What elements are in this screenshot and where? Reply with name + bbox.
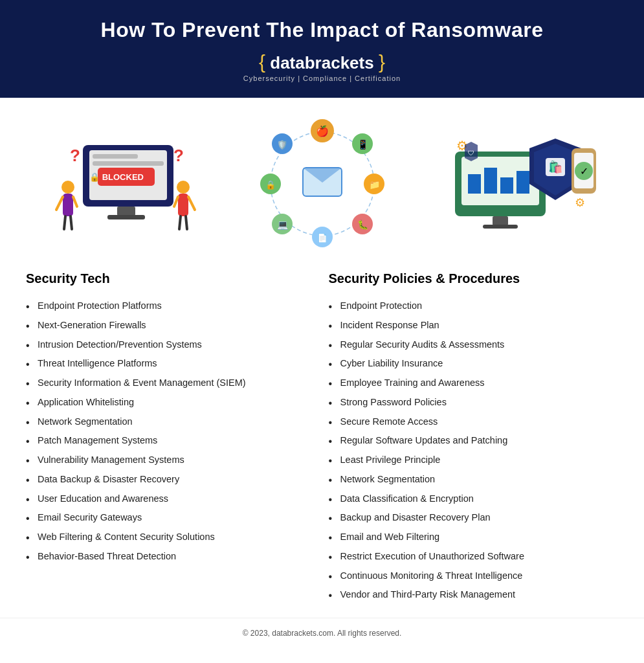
list-item: Patch Management Systems	[26, 431, 316, 451]
svg-text:🍎: 🍎	[316, 125, 329, 137]
list-item: Secure Remote Access	[329, 412, 619, 432]
list-item: Vulnerability Management Systems	[26, 451, 316, 470]
illustration-email: 🍎 📱 📁 🐛 📄 💻 🔒	[232, 116, 413, 252]
list-item: Incident Response Plan	[329, 316, 619, 335]
blocked-svg: 🔒 BLOCKED ? ?	[41, 119, 209, 249]
list-item: Email Security Gateways	[26, 508, 316, 528]
list-item: Regular Software Updates and Patching	[329, 431, 619, 451]
right-brace: }	[379, 51, 385, 73]
list-item: Network Segmentation	[26, 412, 316, 432]
footer-text: © 2023, databrackets.com. All rights res…	[243, 629, 402, 638]
svg-text:📄: 📄	[317, 232, 328, 243]
illustration-security: 🛍️ ✓ ⚙ ⚙ 🛡	[429, 116, 610, 252]
svg-text:?: ?	[70, 146, 80, 165]
list-item: Next-Generation Firewalls	[26, 316, 316, 335]
header: How To Prevent The Impact of Ransomware …	[0, 0, 644, 98]
svg-text:📁: 📁	[368, 179, 380, 190]
illustration-blocked: 🔒 BLOCKED ? ?	[34, 116, 216, 252]
svg-line-15	[71, 216, 72, 229]
list-item: Email and Web Filtering	[329, 528, 619, 547]
svg-rect-44	[484, 168, 497, 194]
svg-line-12	[56, 197, 63, 210]
list-item: Intrusion Detection/Prevention Systems	[26, 335, 316, 355]
security-tech-list: Endpoint Protection PlatformsNext-Genera…	[26, 297, 316, 567]
svg-rect-2	[93, 154, 138, 159]
svg-text:🛡: 🛡	[468, 150, 474, 157]
svg-text:⚙: ⚙	[575, 196, 585, 209]
svg-rect-6	[117, 207, 135, 216]
svg-rect-3	[93, 161, 164, 166]
left-brace: {	[259, 51, 265, 73]
list-item: User Education and Awareness	[26, 489, 316, 509]
page-title: How To Prevent The Impact of Ransomware	[26, 18, 618, 42]
svg-text:🐛: 🐛	[357, 219, 368, 230]
svg-text:?: ?	[173, 146, 184, 165]
svg-text:🔒 BLOCKED: 🔒 BLOCKED	[89, 172, 144, 183]
list-item: Threat Intelligence Platforms	[26, 354, 316, 374]
list-item: Least Privilege Principle	[329, 451, 619, 470]
email-svg: 🍎 📱 📁 🐛 📄 💻 🔒	[245, 119, 400, 249]
list-item: Endpoint Protection Platforms	[26, 297, 316, 316]
list-item: Regular Security Audits & Assessments	[329, 335, 619, 355]
brand-subtitle: Cybersecurity | Compliance | Certificati…	[243, 74, 401, 82]
security-tech-column: Security Tech Endpoint Protection Platfo…	[26, 265, 316, 605]
svg-rect-17	[178, 194, 188, 216]
security-policies-title: Security Policies & Procedures	[329, 271, 619, 286]
footer: © 2023, databrackets.com. All rights res…	[0, 618, 644, 651]
list-item: Application Whitelisting	[26, 393, 316, 412]
svg-line-21	[186, 216, 187, 229]
svg-line-18	[174, 197, 178, 207]
svg-rect-46	[516, 171, 529, 194]
brand-text: databrackets	[270, 53, 373, 73]
main-card: How To Prevent The Impact of Ransomware …	[0, 0, 644, 663]
list-item: Network Segmentation	[329, 470, 619, 489]
illustrations-row: 🔒 BLOCKED ? ?	[0, 98, 644, 258]
list-item: Restrict Execution of Unauthorized Softw…	[329, 547, 619, 567]
svg-line-14	[64, 216, 65, 229]
svg-rect-11	[63, 194, 73, 216]
svg-line-20	[179, 216, 181, 229]
list-item: Strong Password Policies	[329, 393, 619, 412]
list-item: Employee Training and Awareness	[329, 374, 619, 393]
security-tech-title: Security Tech	[26, 271, 316, 286]
brand-logo: { databrackets } Cybersecurity | Complia…	[243, 51, 401, 82]
svg-rect-43	[468, 174, 481, 194]
main-content: Security Tech Endpoint Protection Platfo…	[0, 258, 644, 618]
svg-rect-7	[107, 215, 145, 219]
svg-text:💻: 💻	[276, 219, 288, 230]
svg-text:📱: 📱	[357, 139, 368, 150]
list-item: Backup and Disaster Recovery Plan	[329, 508, 619, 528]
list-item: Data Classification & Encryption	[329, 489, 619, 509]
svg-text:🛡️: 🛡️	[277, 139, 288, 150]
list-item: Behavior-Based Threat Detection	[26, 547, 316, 567]
svg-point-16	[177, 181, 190, 194]
list-item: Cyber Liability Insurance	[329, 354, 619, 374]
security-policies-column: Security Policies & Procedures Endpoint …	[329, 265, 619, 605]
list-item: Endpoint Protection	[329, 297, 619, 316]
list-item: Web Filtering & Content Security Solutio…	[26, 528, 316, 547]
security-policies-list: Endpoint ProtectionIncident Response Pla…	[329, 297, 619, 605]
list-item: Data Backup & Disaster Recovery	[26, 470, 316, 489]
svg-text:🔒: 🔒	[265, 179, 276, 190]
svg-text:✓: ✓	[579, 166, 588, 177]
svg-point-10	[61, 181, 74, 194]
list-item: Continuous Monitoring & Threat Intellige…	[329, 567, 619, 586]
security-svg: 🛍️ ✓ ⚙ ⚙ 🛡	[436, 119, 604, 249]
list-item: Vendor and Third-Party Risk Management	[329, 585, 619, 605]
svg-rect-48	[483, 225, 518, 229]
svg-rect-45	[500, 177, 513, 194]
svg-rect-47	[493, 216, 508, 225]
svg-line-19	[188, 197, 195, 210]
list-item: Security Information & Event Management …	[26, 374, 316, 393]
brand-name-container: { databrackets }	[259, 51, 385, 73]
svg-text:🛍️: 🛍️	[548, 160, 563, 174]
svg-line-13	[73, 197, 77, 207]
